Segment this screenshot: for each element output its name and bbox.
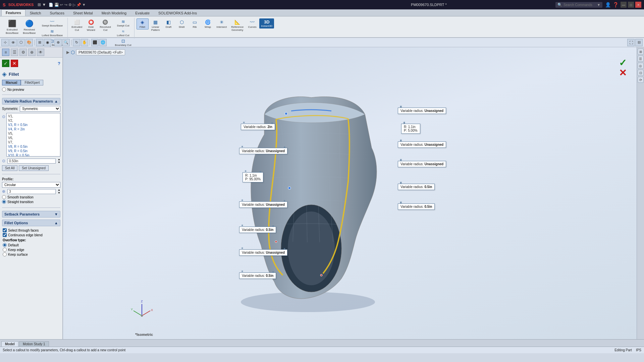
manual-tab[interactable]: Manual (2, 80, 21, 85)
tab-addins[interactable]: SOLIDWORKS Add-Ins (154, 10, 201, 16)
revolved-cut-button[interactable]: 🔘 RevolvedCut (98, 18, 112, 33)
orient-button[interactable]: ⊹ (1, 39, 9, 46)
viewport[interactable]: ▶ ⬡ PM009670 (Default) <Full> ✓ ✕ (63, 47, 637, 339)
callout-handle-r5[interactable]: ✶ (399, 181, 402, 185)
callout-handle-3[interactable]: ✶ (259, 170, 262, 174)
select-through-faces-checkbox[interactable] (3, 228, 7, 232)
set-all-button[interactable]: Set All (2, 165, 17, 171)
split-view-button[interactable]: ⊟ (635, 39, 643, 46)
intersect-button[interactable]: ✳ Intersect (215, 18, 229, 29)
callout-variable-radius-unassigned-r2[interactable]: Variable radius: Unassigned ✶ (398, 141, 446, 148)
minimize-button[interactable]: — (621, 2, 627, 8)
linear-pattern-button[interactable]: ▦ LinearPattern (150, 18, 162, 33)
callout-handle-7[interactable]: ✶ (272, 270, 274, 274)
right-icon-5[interactable]: ⟳ (638, 77, 644, 83)
pan-button[interactable]: ✋ (81, 39, 88, 46)
appearance-button[interactable]: ⬛ (91, 39, 99, 46)
hide-show-button[interactable]: ⬡ (17, 39, 25, 46)
section-view-button[interactable]: ⊞ (36, 39, 43, 46)
profile-type-select[interactable]: Circular Conic (2, 182, 60, 188)
callout-handle-r4[interactable]: ✶ (399, 159, 402, 162)
tab-sketch[interactable]: Sketch (25, 10, 46, 16)
shell-button[interactable]: ⬡ Shell (176, 18, 188, 29)
close-button[interactable]: ✕ (635, 2, 641, 8)
callout-variable-radius-unassigned-2[interactable]: Variable radius: Unassigned ✶ (239, 201, 287, 208)
continuous-edge-blend-checkbox[interactable] (3, 233, 7, 237)
callout-variable-radius-unassigned-3[interactable]: Variable radius: Unassigned ✶ (239, 249, 287, 256)
search-dropdown-icon[interactable]: ▼ (597, 3, 600, 7)
radius-spinner[interactable]: ▲▼ (58, 158, 60, 164)
right-icon-3[interactable]: ◎ (638, 63, 644, 69)
scene-button[interactable]: 🌐 (99, 39, 107, 46)
callout-variable-radius-0-5in-2[interactable]: Variable radius: 0.5in ✶ (239, 273, 276, 279)
variable-radius-header[interactable]: Variable Radius Parameters ▲ (2, 98, 60, 105)
callout-variable-radius-0-5in-r2[interactable]: Variable radius: 0.5in ✶ (398, 203, 435, 210)
ok-button[interactable]: ✓ (2, 60, 9, 67)
overflow-default-radio[interactable] (3, 243, 7, 247)
motion-study-tab[interactable]: Motion Study 1 (19, 341, 49, 347)
feature-manager-icon[interactable]: ≡ (2, 49, 9, 56)
help-icon[interactable]: ❓ (613, 2, 619, 7)
search-input[interactable] (564, 3, 597, 7)
set-unassigned-button[interactable]: Set Unassigned (19, 165, 49, 171)
model-tab[interactable]: Model (1, 341, 18, 347)
tab-mesh-modeling[interactable]: Mesh Modeling (97, 10, 131, 16)
display-mode-button[interactable]: 👁 (9, 39, 17, 46)
reference-geometry-button[interactable]: 📐 ReferenceGeometry (229, 18, 245, 33)
hole-wizard-button[interactable]: ⭕ HoleWizard (85, 18, 97, 33)
callout-variable-radius-2in[interactable]: Variable radius: 2in ✶ (241, 124, 275, 130)
cancel-button[interactable]: ✕ (11, 60, 18, 67)
callout-r-1-1in-5[interactable]: R: 1.1in P: 5.00% ✶ (401, 124, 420, 134)
callout-handle-r1[interactable]: ✶ (399, 105, 402, 109)
rib-button[interactable]: ▭ Rib (189, 18, 201, 29)
tab-sheet-metal[interactable]: Sheet Metal (69, 10, 97, 16)
callout-handle-1[interactable]: ✶ (271, 121, 273, 125)
config-manager-icon[interactable]: ⚙ (19, 49, 27, 56)
callout-handle-5[interactable]: ✶ (272, 224, 274, 228)
straight-transition-radio[interactable] (2, 200, 6, 204)
fullscreen-button[interactable]: ⛶ (627, 39, 635, 46)
callout-handle-r3[interactable]: ✶ (399, 139, 402, 143)
swept-boss-base-button[interactable]: 〰 Swept Boss/Base (39, 18, 66, 28)
fillet-options-header[interactable]: Fillet Options ▲ (2, 220, 60, 226)
callout-handle-r6[interactable]: ✶ (399, 201, 402, 205)
instant3d-button[interactable]: 3D Instant3D (259, 18, 274, 28)
setback-header[interactable]: Setback Parameters ▼ (2, 211, 60, 218)
wrap-button[interactable]: 🌀 Wrap (202, 18, 214, 29)
callout-variable-radius-0-5in-r1[interactable]: Variable radius: 0.5in ✶ (398, 184, 435, 190)
right-icon-1[interactable]: ⊞ (638, 49, 644, 55)
callout-variable-radius-unassigned-1[interactable]: Variable radius: Unassigned ✶ (239, 148, 287, 154)
profile-spinner[interactable]: ▲▼ (58, 188, 60, 194)
revolved-boss-base-button[interactable]: 🔵 RevolvedBoss/Base (21, 18, 37, 36)
display-manager-icon[interactable]: 👁 (37, 49, 44, 56)
view-focus-button[interactable]: ◉ (44, 39, 51, 46)
right-icon-2[interactable]: ☰ (638, 56, 644, 62)
extruded-cut-button[interactable]: ⬜ ExtrudedCut (70, 18, 84, 33)
viewport-cancel-button[interactable]: ✕ (619, 67, 627, 78)
filletxpert-tab[interactable]: FilletXpert (21, 80, 43, 85)
no-preview-radio[interactable] (2, 87, 6, 92)
swept-cut-button[interactable]: ≋ Swept Cut (114, 18, 133, 28)
callout-variable-radius-unassigned-r1[interactable]: Variable radius: Unassigned ✶ (398, 108, 446, 114)
right-icon-4[interactable]: ⊡ (638, 70, 644, 76)
edit-appearance-button[interactable]: 🎨 (25, 39, 33, 46)
viewport-ok-button[interactable]: ✓ (619, 57, 627, 68)
callout-handle-2[interactable]: ✶ (283, 145, 286, 149)
rotate-button[interactable]: ↻ (73, 39, 80, 46)
tab-evaluate[interactable]: Evaluate (131, 10, 154, 16)
vertex-list[interactable]: V1, V2, V3, R = 0.5in V4, R = 2in V5, V6… (6, 113, 60, 157)
overflow-keep-edge-radio[interactable] (3, 248, 7, 252)
callout-handle-r2[interactable]: ✶ (403, 121, 406, 125)
callout-r-1-1in-95[interactable]: R: 1.1in P: 95.00% ✶ (243, 172, 263, 182)
radius-input[interactable] (7, 159, 56, 164)
maximize-button[interactable]: □ (628, 2, 634, 8)
dim-expert-icon[interactable]: ⊕ (28, 49, 36, 56)
symmetric-select[interactable]: Symmetric Asymmetric (20, 106, 60, 112)
tab-surfaces[interactable]: Surfaces (46, 10, 69, 16)
help-button[interactable]: ? (58, 61, 60, 66)
property-manager-icon[interactable]: ☰ (11, 49, 18, 56)
callout-variable-radius-0-5in-1[interactable]: Variable radius: 0.5in ✶ (239, 227, 276, 233)
curves-button[interactable]: 〰 Curves (246, 18, 258, 29)
callout-handle-4[interactable]: ✶ (283, 199, 286, 203)
callout-handle-6[interactable]: ✶ (283, 247, 286, 251)
